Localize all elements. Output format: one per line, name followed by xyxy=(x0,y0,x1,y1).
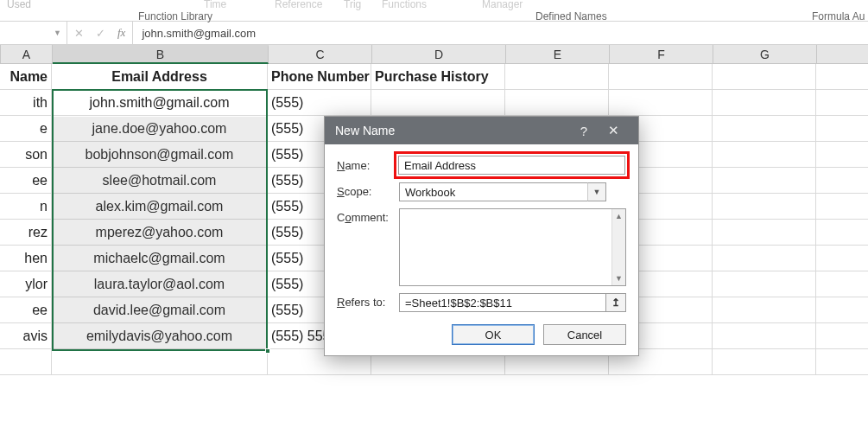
column-headers: A B C D E F G xyxy=(0,45,868,64)
collapse-dialog-icon[interactable]: ↥ xyxy=(605,293,626,312)
cell-name[interactable]: n xyxy=(0,194,52,219)
col-header-E[interactable]: E xyxy=(506,45,610,63)
cell-email[interactable]: mperez@yahoo.com xyxy=(52,220,268,245)
chevron-down-icon: ▼ xyxy=(54,29,61,37)
formula-bar-icons: ✕ ✓ fx xyxy=(67,22,133,44)
new-name-dialog: New Name ? ✕ Name: Email Address Scope: … xyxy=(324,116,639,356)
row-comment: Comment: ▲ ▼ xyxy=(337,208,626,286)
ribbon-time: Time xyxy=(204,0,226,10)
row-scope: Scope: Workbook ▼ xyxy=(337,182,626,201)
formula-bar: ▼ ✕ ✓ fx john.smith@gmail.com xyxy=(0,21,868,45)
dialog-buttons: OK Cancel xyxy=(337,319,626,345)
cell-name[interactable]: ith xyxy=(0,90,52,115)
formula-input[interactable]: john.smith@gmail.com xyxy=(133,22,868,44)
ribbon-group-formula-auditing: Formula Au xyxy=(812,10,865,22)
dialog-title: New Name xyxy=(335,124,395,137)
cell-name[interactable]: ee xyxy=(0,168,52,193)
header-row: Name Email Address Phone Number Purchase… xyxy=(0,64,868,90)
name-input-value: Email Address xyxy=(404,159,476,172)
scrollbar[interactable]: ▲ ▼ xyxy=(611,209,625,285)
fx-icon[interactable]: fx xyxy=(117,26,125,40)
formula-value: john.smith@gmail.com xyxy=(142,27,256,40)
refers-input[interactable]: =Sheet1!$B$2:$B$11 xyxy=(399,293,605,312)
scope-label: Scope: xyxy=(337,182,399,198)
dialog-body: Name: Email Address Scope: Workbook ▼ Co… xyxy=(325,144,638,355)
col-header-B[interactable]: B xyxy=(53,45,269,64)
cell-name[interactable]: rez xyxy=(0,220,52,245)
help-button[interactable]: ? xyxy=(569,117,599,144)
ribbon-functions: Functions xyxy=(382,0,427,10)
cell-phone[interactable]: (555) xyxy=(268,90,371,115)
fill-handle-icon[interactable] xyxy=(265,348,270,354)
cell-name[interactable]: hen xyxy=(0,246,52,271)
cell-A1[interactable]: Name xyxy=(0,64,52,89)
close-button[interactable]: ✕ xyxy=(599,117,628,144)
ribbon-group-function-library: Function Library xyxy=(138,10,212,22)
row-refers: Refers to: =Sheet1!$B$2:$B$11 ↥ xyxy=(337,293,626,312)
cell-E1[interactable] xyxy=(505,64,609,89)
cell-email[interactable]: david.lee@gmail.com xyxy=(52,297,268,322)
name-box[interactable]: ▼ xyxy=(0,22,67,44)
scope-select[interactable]: Workbook ▼ xyxy=(399,182,606,201)
ribbon-used: Used xyxy=(7,0,31,10)
cell-email[interactable]: bobjohnson@gmail.com xyxy=(52,142,268,167)
col-header-A[interactable]: A xyxy=(1,45,53,63)
cell-email[interactable]: jane.doe@yahoo.com xyxy=(52,116,268,141)
row-name: Name: Email Address xyxy=(337,156,626,176)
cell-email[interactable]: michaelc@gmail.com xyxy=(52,246,268,271)
cancel-button[interactable]: Cancel xyxy=(543,324,626,345)
refers-value: =Sheet1!$B$2:$B$11 xyxy=(405,297,512,310)
col-header-G[interactable]: G xyxy=(713,45,817,63)
cell-email[interactable]: john.smith@gmail.com xyxy=(52,90,268,115)
cell-email[interactable]: emilydavis@yahoo.com xyxy=(52,323,268,348)
ribbon-trig: Trig xyxy=(344,0,361,10)
cell-D1[interactable]: Purchase History xyxy=(371,64,505,89)
cell-name[interactable]: ylor xyxy=(0,271,52,297)
cell-purchase[interactable] xyxy=(371,90,505,115)
cancel-icon[interactable]: ✕ xyxy=(74,27,84,40)
cell-name[interactable]: son xyxy=(0,142,52,167)
cell-name[interactable]: avis xyxy=(0,323,52,348)
cell-G1[interactable] xyxy=(713,64,816,89)
col-header-C[interactable]: C xyxy=(269,45,372,63)
ribbon-manager: Manager xyxy=(482,0,523,10)
refers-label: Refers to: xyxy=(337,293,399,309)
col-header-D[interactable]: D xyxy=(372,45,506,63)
ok-button[interactable]: OK xyxy=(452,324,535,345)
col-header-F[interactable]: F xyxy=(610,45,713,63)
comment-label: Comment: xyxy=(337,208,399,224)
ribbon-group-defined-names: Defined Names xyxy=(535,10,607,22)
ribbon-reference: Reference xyxy=(275,0,322,10)
cell-C1[interactable]: Phone Number xyxy=(268,64,371,89)
comment-textarea[interactable]: ▲ ▼ xyxy=(399,208,626,286)
scope-value: Workbook xyxy=(405,186,455,199)
scroll-up-icon[interactable]: ▲ xyxy=(612,209,625,223)
table-row: ith john.smith@gmail.com (555) xyxy=(0,90,868,116)
ribbon-sub-labels: Used Time Reference Trig Functions Manag… xyxy=(0,0,868,21)
cell-email[interactable]: slee@hotmail.com xyxy=(52,168,268,193)
cell-email[interactable]: laura.taylor@aol.com xyxy=(52,271,268,297)
name-input[interactable]: Email Address xyxy=(398,156,625,175)
cell-B1[interactable]: Email Address xyxy=(52,64,268,89)
name-label: Name: xyxy=(337,156,399,172)
cell-name[interactable]: ee xyxy=(0,297,52,322)
dialog-titlebar[interactable]: New Name ? ✕ xyxy=(325,117,638,144)
enter-icon[interactable]: ✓ xyxy=(96,27,105,40)
cell-name[interactable]: e xyxy=(0,116,52,141)
chevron-down-icon[interactable]: ▼ xyxy=(587,182,606,201)
highlight-box: Email Address xyxy=(394,151,630,179)
scroll-down-icon[interactable]: ▼ xyxy=(612,271,625,285)
cell-email[interactable]: alex.kim@gmail.com xyxy=(52,194,268,219)
cell-F1[interactable] xyxy=(609,64,713,89)
